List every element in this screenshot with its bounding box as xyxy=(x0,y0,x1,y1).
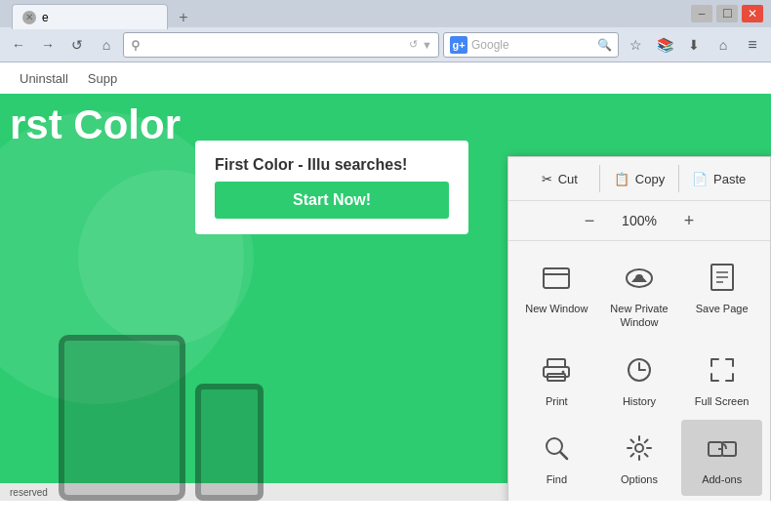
refresh-icon: ↺ xyxy=(409,38,418,51)
dropdown-icon: ▼ xyxy=(422,39,432,51)
svg-line-18 xyxy=(560,452,567,459)
close-button[interactable]: ✕ xyxy=(742,5,763,22)
new-window-icon xyxy=(538,259,575,296)
brand-name: rst Color xyxy=(10,102,181,148)
active-tab[interactable]: ✕ e xyxy=(12,4,168,29)
svg-point-19 xyxy=(635,444,643,452)
history-button[interactable]: History xyxy=(599,342,680,418)
svg-point-13 xyxy=(562,370,565,373)
add-ons-label: Add-ons xyxy=(702,472,742,486)
search-icon: 🔍 xyxy=(597,38,612,52)
phone-device xyxy=(195,384,264,501)
options-icon xyxy=(621,430,658,467)
bookmark-icon[interactable]: ☆ xyxy=(623,32,648,58)
page-content: Uninstall Supp rst Color First Color - I… xyxy=(0,62,771,501)
zoom-out-button[interactable]: − xyxy=(576,207,603,234)
download-icon[interactable]: ⬇ xyxy=(681,32,707,58)
new-window-label: New Window xyxy=(525,302,588,315)
menu-icon-grid: New Window New Private Window xyxy=(508,241,770,501)
svg-point-0 xyxy=(133,41,139,47)
clipboard-row: ✂ Cut 📋 Copy 📄 Paste xyxy=(508,157,770,201)
new-window-button[interactable]: New Window xyxy=(516,249,597,340)
find-button[interactable]: Find xyxy=(516,420,597,496)
new-tab-home-icon[interactable]: ⌂ xyxy=(710,32,736,58)
paste-button[interactable]: 📄 Paste xyxy=(679,166,758,192)
browser-frame: ✕ e + – ☐ ✕ ← → ↺ ⌂ xyxy=(0,0,771,62)
save-page-icon xyxy=(704,259,741,296)
svg-rect-2 xyxy=(544,268,569,288)
full-screen-button[interactable]: Full Screen xyxy=(681,342,762,418)
nav-bar: ← → ↺ ⌂ ↺ ▼ g+ Google 🔍 ☆ 📚 ⬇ ⌂ ≡ xyxy=(0,27,771,62)
full-screen-icon xyxy=(704,351,741,389)
svg-rect-10 xyxy=(548,359,565,367)
zoom-value: 100% xyxy=(615,213,664,228)
minimize-button[interactable]: – xyxy=(691,5,712,22)
maximize-button[interactable]: ☐ xyxy=(716,5,738,22)
svg-point-5 xyxy=(635,274,643,282)
search-placeholder: Google xyxy=(471,38,593,52)
tab-title: e xyxy=(42,11,49,24)
start-now-button[interactable]: Start Now! xyxy=(215,182,449,219)
add-ons-icon xyxy=(704,430,741,467)
cut-icon: ✂ xyxy=(542,172,552,186)
find-icon xyxy=(538,430,575,467)
support-link[interactable]: Supp xyxy=(88,71,117,86)
location-icon xyxy=(130,39,142,51)
reload-button[interactable]: ↺ xyxy=(64,32,90,58)
device-showcase xyxy=(59,335,264,501)
tablet-device xyxy=(59,335,185,501)
menu-dropdown: ✂ Cut 📋 Copy 📄 Paste − 100% + xyxy=(507,156,771,501)
new-private-window-button[interactable]: New Private Window xyxy=(599,249,680,340)
new-private-window-icon xyxy=(621,259,658,296)
options-button[interactable]: Options xyxy=(599,420,680,496)
hero-box: First Color - Illu searches! Start Now! xyxy=(195,141,468,234)
tab-bar: ✕ e + xyxy=(8,0,691,29)
history-icon xyxy=(621,351,658,389)
title-bar: ✕ e + – ☐ ✕ xyxy=(0,0,771,27)
forward-button[interactable]: → xyxy=(35,32,61,58)
hero-title: First Color - Illu searches! xyxy=(215,156,449,174)
print-label: Print xyxy=(546,394,568,408)
cut-button[interactable]: ✂ Cut xyxy=(520,166,599,192)
copy-button[interactable]: 📋 Copy xyxy=(600,166,679,192)
paste-icon: 📄 xyxy=(692,172,708,186)
print-button[interactable]: Print xyxy=(516,342,597,418)
google-logo: g+ xyxy=(450,36,467,54)
full-screen-label: Full Screen xyxy=(695,394,750,408)
hamburger-menu-button[interactable]: ≡ xyxy=(740,32,765,58)
back-button[interactable]: ← xyxy=(6,32,31,58)
search-bar[interactable]: g+ Google 🔍 xyxy=(443,32,619,58)
add-ons-button[interactable]: Add-ons xyxy=(681,420,762,496)
options-label: Options xyxy=(621,472,658,486)
new-tab-button[interactable]: + xyxy=(172,6,195,29)
history-label: History xyxy=(623,394,656,408)
bookmark-manager-icon[interactable]: 📚 xyxy=(652,32,677,58)
address-bar[interactable]: ↺ ▼ xyxy=(123,32,439,58)
zoom-in-button[interactable]: + xyxy=(675,207,703,234)
title-controls: – ☐ ✕ xyxy=(691,5,763,22)
copy-icon: 📋 xyxy=(614,172,629,186)
tab-close-icon[interactable]: ✕ xyxy=(22,11,36,24)
save-page-button[interactable]: Save Page xyxy=(681,249,762,340)
page-top-bar: Uninstall Supp xyxy=(0,62,771,94)
zoom-row: − 100% + xyxy=(508,201,770,241)
new-private-window-label: New Private Window xyxy=(605,302,674,330)
status-left: reserved xyxy=(10,487,48,498)
home-button[interactable]: ⌂ xyxy=(94,32,119,58)
print-icon xyxy=(538,351,575,389)
save-page-label: Save Page xyxy=(696,302,749,315)
uninstall-link[interactable]: Uninstall xyxy=(20,71,68,86)
find-label: Find xyxy=(547,472,567,486)
